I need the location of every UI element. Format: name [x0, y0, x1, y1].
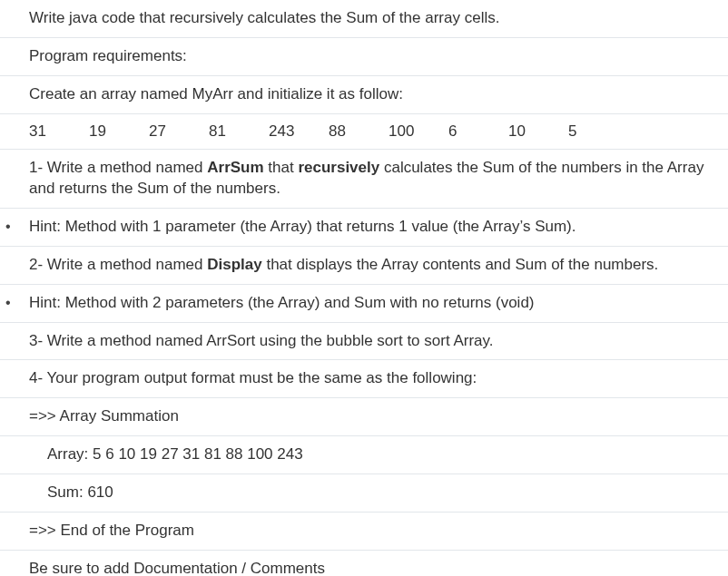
- array-cell: 5: [568, 122, 628, 141]
- question-2: 2- Write a method named Display that dis…: [0, 246, 728, 284]
- output-line-array: Array: 5 6 10 19 27 31 81 88 100 243: [0, 435, 728, 473]
- array-cell: 100: [389, 122, 448, 141]
- array-cell: 27: [149, 122, 209, 141]
- text: that: [264, 159, 299, 176]
- array-cell: 6: [448, 122, 508, 141]
- question-4: 4- Your program output format must be th…: [0, 359, 728, 397]
- bold-arrsum: ArrSum: [207, 159, 263, 176]
- array-cell: 88: [329, 122, 389, 141]
- intro-line: Write java code that recursively calcula…: [0, 0, 728, 37]
- documentation-line: Be sure to add Documentation / Comments: [0, 550, 728, 576]
- bold-display: Display: [207, 256, 261, 273]
- array-cell: 19: [89, 122, 149, 141]
- text: that displays the Array contents and Sum…: [262, 256, 659, 273]
- array-cell: 81: [209, 122, 269, 141]
- text: =>> End of the Program: [29, 522, 194, 539]
- bullet-icon: •: [5, 293, 11, 313]
- text: 1- Write a method named: [29, 159, 207, 176]
- bold-recursively: recursively: [298, 159, 379, 176]
- question-3: 3- Write a method named ArrSort using th…: [0, 322, 728, 360]
- text: Hint: Method with 1 parameter (the Array…: [29, 218, 576, 235]
- array-cell: 10: [508, 122, 568, 141]
- create-array-line: Create an array named MyArr and initiali…: [0, 75, 728, 113]
- bullet-icon: •: [5, 217, 11, 237]
- text: =>> Array Summation: [29, 407, 179, 425]
- text: Hint: Method with 2 parameters (the Arra…: [29, 294, 535, 311]
- array-cell: 31: [29, 122, 89, 141]
- text: Sum: 610: [47, 483, 113, 501]
- question-1: 1- Write a method named ArrSum that recu…: [0, 149, 728, 208]
- text: Array: 5 6 10 19 27 31 81 88 100 243: [47, 445, 303, 463]
- requirements-heading: Program requirements:: [0, 37, 728, 75]
- output-line-1: =>> Array Summation: [0, 397, 728, 435]
- array-cell: 243: [269, 122, 329, 141]
- output-line-sum: Sum: 610: [0, 473, 728, 512]
- document-page: Write java code that recursively calcula…: [0, 0, 728, 576]
- text: Program requirements:: [29, 47, 187, 64]
- array-values-row: 31 19 27 81 243 88 100 6 10 5: [0, 113, 728, 149]
- text: Create an array named MyArr and initiali…: [29, 85, 403, 103]
- text: Write java code that recursively calcula…: [29, 9, 499, 26]
- text: 3- Write a method named ArrSort using th…: [29, 332, 494, 349]
- text: Be sure to add Documentation / Comments: [29, 560, 325, 576]
- hint-2: • Hint: Method with 2 parameters (the Ar…: [0, 284, 728, 322]
- output-line-end: =>> End of the Program: [0, 512, 728, 550]
- hint-1: • Hint: Method with 1 parameter (the Arr…: [0, 208, 728, 246]
- text: 2- Write a method named: [29, 256, 207, 273]
- text: 4- Your program output format must be th…: [29, 369, 477, 386]
